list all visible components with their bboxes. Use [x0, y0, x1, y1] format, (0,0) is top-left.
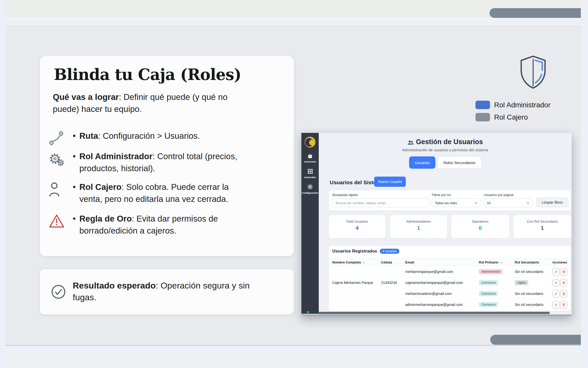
- bullet-rest: : Control total (precios,: [153, 152, 237, 161]
- cell-rol-secundario: Sin rol secundario: [515, 270, 552, 274]
- search-input[interactable]: [333, 199, 430, 207]
- trash-icon: [562, 281, 565, 284]
- col-acciones: Acciones: [552, 260, 567, 264]
- horizontal-scrollbar[interactable]: [318, 312, 550, 314]
- sidebar-item-carniceria[interactable]: Carnicería: [301, 153, 319, 163]
- admin-subtitle: Administración de usuarios y permisos de…: [319, 148, 572, 152]
- trash-icon: [562, 292, 565, 295]
- per-page-label: Usuarios por página: [484, 193, 513, 197]
- role-filter-value: Todos los roles: [435, 201, 457, 205]
- app-logo[interactable]: [305, 137, 315, 147]
- person-icon: [48, 181, 66, 198]
- sort-icon[interactable]: ↑↓: [500, 261, 503, 264]
- new-user-button[interactable]: Nuevo Usuario: [374, 177, 406, 187]
- bullet-marker: •: [73, 130, 79, 142]
- sort-icon[interactable]: ↑↓: [363, 261, 365, 264]
- bullet-marker: •: [73, 181, 79, 193]
- delete-button[interactable]: [560, 301, 567, 308]
- table-header: Usuarios Registrados 4 usuarios: [332, 249, 399, 254]
- result-bold: Resultado esperado: [73, 281, 156, 290]
- admin-screenshot: Carnicería Generales: [301, 133, 572, 315]
- cell-email: merkarnesparque@gmail.com: [405, 270, 479, 274]
- cell-email: merkarnesadmin@gmail.com: [405, 292, 479, 296]
- intro-text: Qué vas a lograr: Definir qué puede (y q…: [53, 91, 277, 115]
- edit-button[interactable]: [553, 268, 559, 275]
- cell-rol-secundario: Sin rol secundario: [515, 303, 552, 307]
- bullet-bold: Regla de Oro: [79, 214, 132, 223]
- rol-secundario-badge: cajera: [515, 280, 528, 285]
- sidebar: Carnicería Generales: [301, 133, 319, 314]
- shopping-bag-icon: [307, 153, 313, 158]
- cell-name: Cajera Merkarnes Parque: [332, 281, 381, 285]
- table-column-header: Nombre Completo↑↓ Cédula Email Rol Prima…: [329, 258, 571, 266]
- intro-bold: Qué vas a lograr: [53, 92, 119, 102]
- table-title: Usuarios Registrados: [332, 249, 377, 254]
- delete-button[interactable]: [560, 279, 567, 286]
- bullet-bold: Ruta: [79, 131, 98, 141]
- result-text: Resultado esperado: Operación segura y s…: [73, 280, 274, 303]
- table-row: Cajera Merkarnes Parque 21343234 cajeram…: [329, 277, 571, 288]
- redacted-bar-bottom: [490, 335, 581, 345]
- table-row: merkarnesadmin@gmail.com Carnicería Sin …: [329, 288, 571, 299]
- pencil-icon: [554, 292, 558, 295]
- col-nombre[interactable]: Nombre Completo: [332, 260, 361, 264]
- admin-header: Gestión de Usuarios: [319, 138, 572, 146]
- sidebar-item-configuracion[interactable]: Configuración: [301, 184, 319, 194]
- result-card: Resultado esperado: Operación segura y s…: [40, 269, 294, 315]
- col-rol-primario[interactable]: Rol Primario: [479, 260, 498, 264]
- page-title: Blinda tu Caja (Roles): [54, 65, 241, 84]
- stat-label: Administradores: [390, 220, 447, 223]
- legend-label: Rol Administrador: [494, 101, 550, 109]
- tab-bar: Usuarios Roles Secundarios: [319, 156, 572, 169]
- clear-filters-button[interactable]: Limpiar filtros: [536, 198, 568, 207]
- edit-button[interactable]: [553, 290, 559, 297]
- stat-con-rol-secundario: Con Rol Secundario 1: [513, 215, 571, 238]
- rol-primario-badge: Carnicería: [479, 291, 498, 296]
- search-label: Búsqueda rápida: [333, 193, 358, 197]
- bullet-rest: : Solo cobra. Puede cerrar la: [121, 182, 229, 192]
- edit-button[interactable]: [553, 301, 559, 308]
- bullet-rol-cajero: •Rol Cajero: Solo cobra. Puede cerrar la…: [48, 181, 274, 205]
- bullet-rest: : Evita dar permisos de: [132, 214, 218, 223]
- result-line2: fugas.: [73, 292, 96, 302]
- legend-label: Rol Cajero: [494, 113, 528, 121]
- per-page-select[interactable]: 10: [484, 199, 532, 207]
- rol-primario-badge: Carnicería: [479, 280, 498, 285]
- stat-administradores: Administradores 1: [390, 215, 447, 238]
- intro-line1: : Definir qué puede (y qué no: [119, 92, 228, 102]
- admin-color-swatch: [475, 101, 490, 109]
- cajero-color-swatch: [475, 113, 490, 121]
- filters-panel: Búsqueda rápida Filtrar por rol Todos lo…: [329, 190, 571, 211]
- pencil-icon: [554, 303, 558, 306]
- bullet-rol-administrador: •Rol Administrador: Control total (preci…: [48, 150, 274, 174]
- gear-icon: [307, 184, 313, 190]
- status-dot: [307, 311, 309, 313]
- shield-icon: [518, 54, 548, 91]
- edit-button[interactable]: [553, 279, 559, 286]
- stat-label: Total Usuarios: [329, 220, 385, 223]
- cell-rol-secundario: Sin rol secundario: [515, 292, 552, 296]
- check-circle-icon: [51, 284, 66, 300]
- trash-icon: [562, 270, 565, 273]
- bullet-line2: borrado/edición a cajeros.: [79, 226, 176, 235]
- sidebar-item-label: Generales: [301, 176, 319, 179]
- bullet-line2: venta, pero no editarla una vez cerrada.: [79, 194, 228, 204]
- bullet-rest: : Configuración > Usuarios.: [98, 131, 200, 141]
- sidebar-item-generales[interactable]: Generales: [301, 169, 319, 179]
- role-filter-select[interactable]: Todos los roles: [432, 199, 480, 207]
- stat-value: 1: [390, 225, 447, 231]
- gears-icon: [48, 150, 66, 167]
- rol-primario-badge: Carnicería: [479, 302, 498, 307]
- result-line1: : Operación segura y sin: [156, 281, 250, 290]
- delete-button[interactable]: [560, 290, 567, 297]
- tab-usuarios[interactable]: Usuarios: [409, 156, 435, 169]
- pencil-icon: [554, 270, 558, 273]
- pencil-icon: [554, 281, 558, 284]
- stat-operativos: Operativos 0: [451, 215, 509, 238]
- bullet-bold: Rol Administrador: [79, 152, 153, 161]
- user-count-badge: 4 usuarios: [380, 249, 399, 254]
- tab-roles-secundarios[interactable]: Roles Secundarios: [437, 156, 481, 169]
- col-cedula: Cédula: [381, 260, 405, 264]
- delete-button[interactable]: [560, 268, 567, 275]
- bullet-marker: •: [73, 213, 79, 225]
